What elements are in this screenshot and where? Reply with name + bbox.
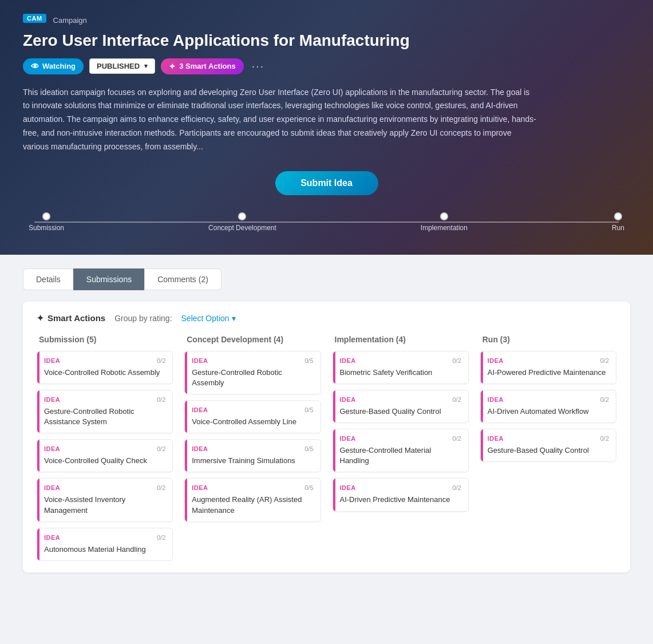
group-by-label: Group by rating: — [114, 314, 172, 323]
chevron-down-icon-group: ▾ — [232, 314, 236, 323]
card-title: Biometric Safety Verification — [340, 368, 461, 378]
idea-badge: IDEA — [192, 406, 208, 413]
step-label-submission: Submission — [29, 224, 64, 232]
campaign-label: Campaign — [53, 16, 87, 25]
group-select-value: Select Option — [181, 314, 229, 323]
kanban-cards-2: IDEA0/2Biometric Safety VerificationIDEA… — [333, 351, 469, 512]
col-header-2: Implementation (4) — [333, 335, 469, 344]
kanban-col-3: Run (3)IDEA0/2AI-Powered Predictive Main… — [480, 335, 616, 561]
step-label-run: Run — [612, 224, 624, 232]
tab-details[interactable]: Details — [23, 268, 73, 290]
idea-badge: IDEA — [340, 435, 356, 442]
step-dot-run — [614, 212, 622, 220]
card-score: 0/2 — [157, 357, 165, 364]
tab-submissions[interactable]: Submissions — [73, 268, 144, 290]
eye-icon: 👁 — [31, 62, 39, 71]
main-content: Details Submissions Comments (2) ✦ Smart… — [0, 255, 653, 586]
watching-button[interactable]: 👁 Watching — [23, 58, 84, 74]
idea-badge: IDEA — [44, 445, 60, 452]
idea-badge: IDEA — [488, 357, 504, 364]
idea-badge: IDEA — [192, 357, 208, 364]
submit-idea-button[interactable]: Submit Idea — [275, 171, 378, 195]
step-dot-concept — [238, 212, 246, 220]
table-row[interactable]: IDEA0/2Gesture-Based Quality Control — [333, 390, 469, 423]
kanban-col-0: Submission (5)IDEA0/2Voice-Controlled Ro… — [37, 335, 173, 561]
smart-actions-count: 3 Smart Actions — [179, 62, 236, 70]
card-title: Gesture-Based Quality Control — [340, 406, 461, 417]
table-row[interactable]: IDEA0/2AI-Powered Predictive Maintenance — [480, 351, 616, 384]
card-score: 0/2 — [600, 435, 609, 442]
kanban-board: Submission (5)IDEA0/2Voice-Controlled Ro… — [37, 335, 616, 561]
kanban-cards-1: IDEA0/5Gesture-Controlled Robotic Assemb… — [184, 351, 320, 522]
card-title: AI-Driven Automated Workflow — [488, 406, 609, 417]
step-submission: Submission — [29, 212, 64, 232]
table-row[interactable]: IDEA0/2AI-Driven Predictive Maintenance — [333, 478, 469, 511]
table-row[interactable]: IDEA0/2Autonomous Material Handling — [37, 528, 173, 561]
card-title: Voice-Controlled Assembly Line — [192, 417, 313, 427]
idea-badge: IDEA — [488, 396, 504, 403]
idea-badge: IDEA — [488, 435, 504, 442]
table-row[interactable]: IDEA0/5Augmented Reality (AR) Assisted M… — [184, 478, 320, 521]
card-title: AI-Powered Predictive Maintenance — [488, 368, 609, 378]
card-score: 0/2 — [452, 484, 461, 491]
group-select-button[interactable]: Select Option ▾ — [181, 314, 236, 323]
card-score: 0/5 — [304, 484, 313, 491]
table-row[interactable]: IDEA0/2Voice-Assisted Inventory Manageme… — [37, 478, 173, 521]
table-row[interactable]: IDEA0/5Immersive Training Simulations — [184, 439, 320, 472]
col-header-1: Concept Development (4) — [184, 335, 320, 344]
card-score: 0/5 — [304, 445, 313, 452]
panel-toolbar: ✦ Smart Actions Group by rating: Select … — [37, 313, 616, 323]
col-header-3: Run (3) — [480, 335, 616, 344]
table-row[interactable]: IDEA0/5Gesture-Controlled Robotic Assemb… — [184, 351, 320, 394]
table-row[interactable]: IDEA0/2Gesture-Based Quality Control — [480, 429, 616, 462]
card-title: Gesture-Controlled Robotic Assembly — [192, 368, 313, 388]
tab-comments[interactable]: Comments (2) — [144, 268, 221, 290]
published-button[interactable]: PUBLISHED ▾ — [89, 58, 155, 74]
step-label-concept: Concept Development — [208, 224, 276, 232]
card-score: 0/5 — [304, 357, 313, 364]
idea-badge: IDEA — [340, 357, 356, 364]
card-title: Voice-Assisted Inventory Management — [44, 495, 165, 515]
kanban-cards-3: IDEA0/2AI-Powered Predictive Maintenance… — [480, 351, 616, 463]
idea-badge: IDEA — [44, 534, 60, 541]
table-row[interactable]: IDEA0/2Voice-Controlled Robotic Assembly — [37, 351, 173, 384]
idea-badge: IDEA — [44, 484, 60, 491]
card-score: 0/2 — [600, 357, 609, 364]
idea-badge: IDEA — [340, 484, 356, 491]
chevron-down-icon: ▾ — [144, 62, 148, 70]
page-title: Zero User Interface Applications for Man… — [23, 31, 630, 50]
step-dot-submission — [42, 212, 50, 220]
card-title: Immersive Training Simulations — [192, 456, 313, 466]
published-label: PUBLISHED — [97, 62, 140, 70]
table-row[interactable]: IDEA0/2AI-Driven Automated Workflow — [480, 390, 616, 423]
submissions-panel: ✦ Smart Actions Group by rating: Select … — [23, 302, 630, 572]
table-row[interactable]: IDEA0/5Voice-Controlled Assembly Line — [184, 400, 320, 433]
more-options-button[interactable]: ··· — [250, 60, 267, 73]
card-title: Augmented Reality (AR) Assisted Maintena… — [192, 495, 313, 515]
idea-badge: IDEA — [340, 396, 356, 403]
hero-section: CAM Campaign Zero User Interface Applica… — [0, 0, 653, 255]
step-label-implementation: Implementation — [421, 224, 468, 232]
sparkle-icon: ✦ — [169, 62, 176, 71]
progress-line — [34, 222, 619, 223]
hero-description: This ideation campaign focuses on explor… — [23, 86, 538, 154]
table-row[interactable]: IDEA0/2Gesture-Controlled Robotic Assist… — [37, 390, 173, 433]
card-score: 0/5 — [304, 406, 313, 413]
table-row[interactable]: IDEA0/2Gesture-Controlled Material Handl… — [333, 429, 469, 472]
table-row[interactable]: IDEA0/2Voice-Controlled Quality Check — [37, 439, 173, 472]
table-row[interactable]: IDEA0/2Biometric Safety Verification — [333, 351, 469, 384]
card-score: 0/2 — [157, 396, 165, 403]
smart-actions-panel-label: ✦ Smart Actions — [37, 313, 105, 323]
hero-actions: 👁 Watching PUBLISHED ▾ ✦ 3 Smart Actions… — [23, 58, 630, 74]
step-dot-implementation — [440, 212, 448, 220]
smart-actions-button[interactable]: ✦ 3 Smart Actions — [161, 58, 244, 74]
sparkle-icon-panel: ✦ — [37, 313, 44, 323]
card-title: Autonomous Material Handling — [44, 544, 165, 555]
progress-bar: Submission Concept Development Implement… — [23, 212, 630, 232]
card-score: 0/2 — [157, 445, 165, 452]
step-run: Run — [612, 212, 624, 232]
idea-badge: IDEA — [44, 357, 60, 364]
card-score: 0/2 — [157, 534, 165, 541]
card-title: Gesture-Based Quality Control — [488, 445, 609, 456]
idea-badge: IDEA — [192, 484, 208, 491]
